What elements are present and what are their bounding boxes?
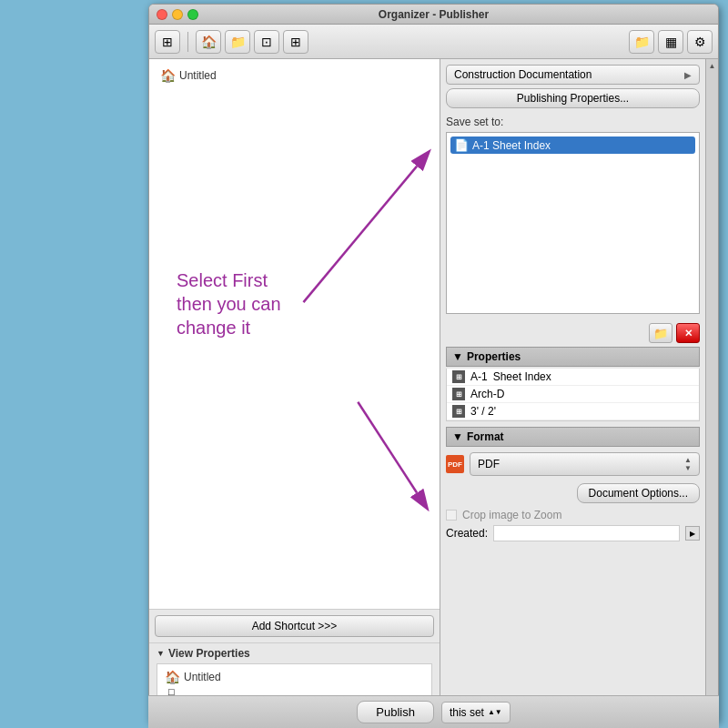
this-set-label: this set bbox=[450, 706, 484, 719]
format-dropdown[interactable]: PDF ▲ ▼ bbox=[470, 452, 700, 476]
right-btn-3[interactable]: ⚙ bbox=[687, 30, 713, 54]
play-icon: ▶ bbox=[690, 530, 695, 538]
folder-small-button[interactable]: 📁 bbox=[649, 323, 672, 343]
grid-button[interactable]: ⊡ bbox=[254, 30, 279, 54]
const-doc-label: Construction Documentation bbox=[454, 68, 592, 81]
right-toolbar-row: 📁 ✕ bbox=[446, 323, 700, 343]
format-triangle-icon: ▼ bbox=[452, 430, 463, 443]
maximize-button[interactable] bbox=[187, 9, 198, 20]
created-label: Created: bbox=[446, 527, 488, 540]
format-row: PDF PDF ▲ ▼ bbox=[446, 452, 700, 476]
prop-row2: Arch-D bbox=[470, 388, 504, 400]
right-btn-1[interactable]: 📁 bbox=[629, 30, 654, 54]
pub-properties-button[interactable]: Publishing Properties... bbox=[446, 88, 700, 108]
scroll-up-arrow[interactable]: ▲ bbox=[706, 59, 719, 72]
bottom-bar: Publish this set ▲▼ bbox=[148, 695, 719, 728]
svg-line-1 bbox=[303, 167, 417, 303]
home-icon: 🏠 bbox=[201, 35, 217, 49]
prop-icon-3: ⊞ bbox=[452, 405, 465, 418]
settings-icon: ⚙ bbox=[694, 35, 706, 49]
properties-triangle-icon: ▼ bbox=[452, 350, 463, 363]
format-section-header[interactable]: ▼ Format bbox=[446, 427, 700, 447]
save-set-list: 📄 A-1 Sheet Index bbox=[446, 132, 700, 314]
doc-options-button[interactable]: Document Options... bbox=[577, 483, 700, 503]
minimize-button[interactable] bbox=[172, 9, 183, 20]
sheet-list-area: 🏠 Untitled Select First then you can cha… bbox=[149, 59, 440, 610]
add-shortcut-bar: Add Shortcut >>> bbox=[149, 610, 440, 643]
sheet-icon: 🏠 bbox=[160, 68, 176, 83]
svg-line-3 bbox=[358, 402, 417, 493]
created-input[interactable] bbox=[493, 525, 680, 541]
annotation-text: Select First then you can change it bbox=[177, 268, 281, 339]
property-row-3: ⊞ 3' / 2' bbox=[447, 403, 699, 420]
publish-button[interactable]: Publish bbox=[357, 701, 434, 723]
properties-rows: ⊞ A-1 Sheet Index ⊞ Arch-D ⊞ 3' / 2' bbox=[446, 369, 700, 421]
right-btn-2[interactable]: ▦ bbox=[658, 30, 683, 54]
add-icon: ⊞ bbox=[290, 35, 301, 49]
main-window: Organizer - Publisher ⊞ 🏠 📁 ⊡ ⊞ 📁 ▦ bbox=[148, 4, 719, 723]
folder-button[interactable]: 📁 bbox=[225, 30, 250, 54]
this-set-dropdown[interactable]: this set ▲▼ bbox=[441, 702, 511, 723]
construction-doc-dropdown[interactable]: Construction Documentation ▶ bbox=[446, 65, 700, 85]
view-properties-label: View Properties bbox=[168, 647, 250, 660]
close-button[interactable] bbox=[157, 9, 167, 20]
this-set-arrow-icon: ▲▼ bbox=[488, 708, 502, 716]
add-shortcut-button[interactable]: Add Shortcut >>> bbox=[155, 615, 434, 637]
properties-label: Properties bbox=[467, 350, 521, 363]
pdf-icon: PDF bbox=[446, 455, 464, 473]
play-button[interactable]: ▶ bbox=[685, 526, 700, 541]
add-button[interactable]: ⊞ bbox=[283, 30, 308, 54]
property-row-1: ⊞ A-1 Sheet Index bbox=[447, 369, 699, 386]
list-item[interactable]: 🏠 Untitled bbox=[157, 66, 432, 85]
toolbar: ⊞ 🏠 📁 ⊡ ⊞ 📁 ▦ ⚙ bbox=[149, 25, 718, 59]
traffic-lights bbox=[157, 9, 198, 20]
properties-section-header[interactable]: ▼ Properties bbox=[446, 347, 700, 367]
format-value: PDF bbox=[478, 458, 500, 470]
save-set-item[interactable]: 📄 A-1 Sheet Index bbox=[450, 136, 695, 154]
crop-label: Crop image to Zoom bbox=[462, 509, 561, 521]
created-row: Created: ▶ bbox=[446, 525, 700, 541]
prop-icon-2: ⊞ bbox=[452, 388, 465, 400]
new-button[interactable]: ⊞ bbox=[155, 30, 180, 54]
doc-options-button-row: Document Options... bbox=[446, 483, 700, 503]
sheet-item-label: Untitled bbox=[179, 69, 217, 82]
folder-icon: 📁 bbox=[230, 35, 246, 49]
home-button[interactable]: 🏠 bbox=[196, 30, 221, 54]
view-properties-header[interactable]: ▼ View Properties bbox=[157, 647, 432, 660]
crop-checkbox[interactable] bbox=[446, 510, 457, 521]
scrollbar[interactable]: ▲ ▼ bbox=[705, 59, 718, 722]
stepper-icon: ▲ ▼ bbox=[684, 456, 692, 472]
view-item-label: Untitled bbox=[184, 671, 221, 683]
triangle-icon: ▼ bbox=[157, 649, 165, 658]
title-bar: Organizer - Publisher bbox=[149, 5, 718, 25]
prop-row1-col1: A-1 bbox=[470, 370, 488, 383]
view-list-item[interactable]: 🏠 Untitled bbox=[161, 668, 428, 686]
window-title: Organizer - Publisher bbox=[379, 8, 489, 21]
save-set-item-icon: 📄 bbox=[454, 138, 469, 152]
crop-row: Crop image to Zoom bbox=[446, 509, 700, 521]
dropdown-arrow-icon: ▶ bbox=[684, 70, 692, 80]
view-item-icon: 🏠 bbox=[165, 670, 180, 684]
separator bbox=[187, 32, 188, 52]
prop-row3: 3' / 2' bbox=[470, 405, 496, 418]
format-label: Format bbox=[467, 430, 504, 443]
save-set-label: Save set to: bbox=[446, 116, 713, 128]
prop-row1-col2: Sheet Index bbox=[493, 370, 551, 383]
prop-icon-1: ⊞ bbox=[452, 370, 465, 383]
folder-small-icon: 📁 bbox=[653, 327, 668, 340]
content-area: 🏠 Untitled Select First then you can cha… bbox=[149, 59, 718, 722]
folder2-icon: 📁 bbox=[634, 35, 650, 49]
grid-icon: ⊡ bbox=[261, 35, 272, 49]
property-row-2: ⊞ Arch-D bbox=[447, 386, 699, 403]
layout-icon: ▦ bbox=[665, 35, 677, 49]
annotation-content: Select First then you can change it bbox=[177, 270, 281, 338]
left-panel: 🏠 Untitled Select First then you can cha… bbox=[149, 59, 440, 722]
delete-icon: ✕ bbox=[684, 328, 693, 339]
delete-button[interactable]: ✕ bbox=[676, 323, 700, 343]
right-panel: ▲ ▼ Construction Documentation ▶ Publish… bbox=[440, 59, 718, 722]
save-set-item-label: A-1 Sheet Index bbox=[472, 139, 551, 152]
new-icon: ⊞ bbox=[162, 35, 173, 49]
